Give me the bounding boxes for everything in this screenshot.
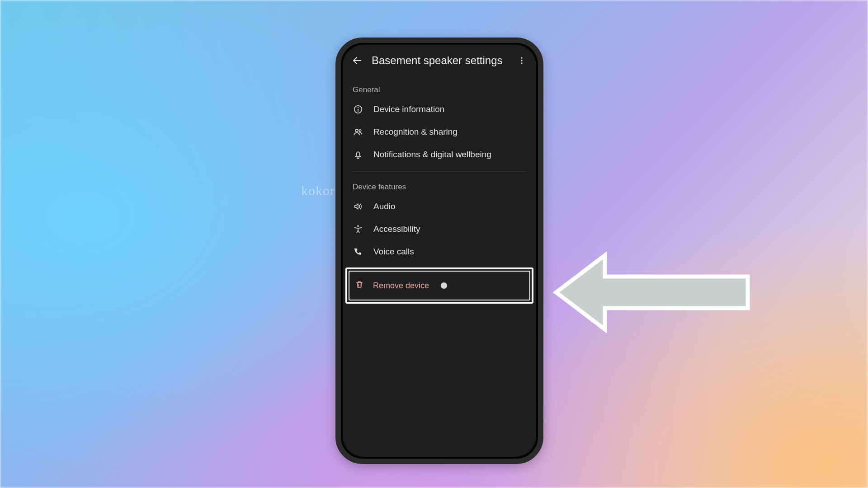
trash-icon: [355, 280, 364, 291]
phone-screen: Basement speaker settings General Device…: [343, 45, 536, 457]
item-audio[interactable]: Audio: [343, 195, 536, 218]
item-device-information[interactable]: Device information: [343, 98, 536, 121]
volume-icon: [353, 201, 363, 212]
cursor-dot-icon: [441, 282, 447, 289]
svg-point-7: [359, 130, 361, 131]
item-label: Audio: [373, 202, 396, 211]
svg-point-2: [521, 62, 522, 64]
people-icon: [353, 127, 363, 137]
item-label: Remove device: [373, 281, 429, 291]
svg-rect-4: [358, 109, 359, 112]
item-voice-calls[interactable]: Voice calls: [343, 240, 536, 263]
svg-point-6: [355, 129, 358, 132]
more-vert-icon[interactable]: [515, 54, 528, 67]
item-remove-device[interactable]: Remove device: [349, 271, 530, 300]
svg-point-0: [521, 57, 522, 59]
back-arrow-icon[interactable]: [351, 54, 363, 67]
svg-point-8: [357, 225, 359, 227]
phone-icon: [353, 246, 363, 257]
section-divider: [353, 171, 526, 172]
page-title: Basement speaker settings: [372, 54, 509, 67]
item-notifications-wellbeing[interactable]: Notifications & digital wellbeing: [343, 143, 536, 166]
item-label: Voice calls: [373, 247, 414, 257]
item-label: Recognition & sharing: [373, 127, 458, 137]
info-icon: [353, 104, 363, 115]
item-recognition-sharing[interactable]: Recognition & sharing: [343, 121, 536, 143]
section-label-features: Device features: [343, 174, 536, 195]
bell-icon: [353, 149, 363, 160]
phone-frame: Basement speaker settings General Device…: [335, 38, 543, 464]
svg-rect-5: [358, 107, 359, 108]
item-label: Notifications & digital wellbeing: [373, 150, 491, 160]
app-bar: Basement speaker settings: [343, 45, 536, 76]
item-accessibility[interactable]: Accessibility: [343, 218, 536, 240]
svg-point-1: [521, 60, 522, 61]
section-label-general: General: [343, 76, 536, 98]
item-label: Device information: [373, 104, 444, 114]
accessibility-icon: [353, 224, 363, 235]
highlight-box: Remove device: [345, 267, 533, 304]
item-label: Accessibility: [373, 224, 420, 234]
